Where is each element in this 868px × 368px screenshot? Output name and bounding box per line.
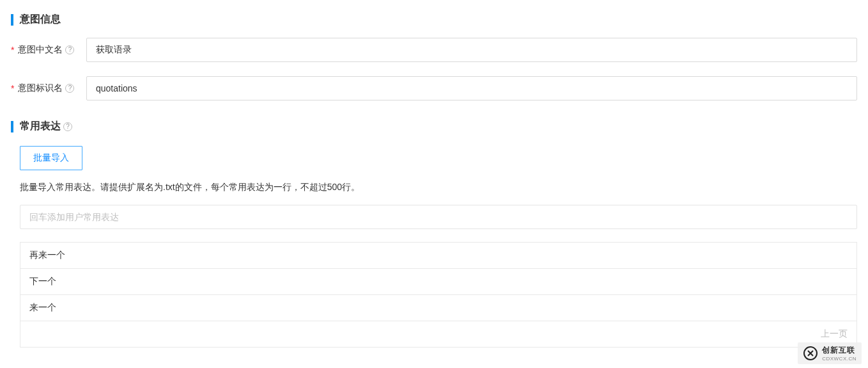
input-intent-identifier[interactable] xyxy=(86,76,857,100)
form-label-identifier: 意图标识名 xyxy=(18,83,63,94)
section-accent-bar xyxy=(11,121,13,132)
input-intent-chinese-name[interactable] xyxy=(86,38,857,62)
required-star-icon: * xyxy=(11,83,14,93)
list-item[interactable]: 下一个 xyxy=(20,269,856,295)
watermark-sub-text: CDXWCX.CN xyxy=(822,356,856,362)
pager-prev-link[interactable]: 上一页 xyxy=(821,328,848,340)
form-row-chinese-name: * 意图中文名 ? xyxy=(11,38,857,62)
expression-input[interactable] xyxy=(20,205,857,229)
section-intent-info-title: 意图信息 xyxy=(20,13,61,26)
pager-row: 上一页 xyxy=(20,321,856,348)
expression-text: 下一个 xyxy=(29,276,56,287)
help-icon[interactable]: ? xyxy=(65,84,74,93)
form-label-identifier-wrap: * 意图标识名 ? xyxy=(11,83,86,94)
section-accent-bar xyxy=(11,14,13,26)
list-item[interactable]: 来一个 xyxy=(20,295,856,321)
help-icon[interactable]: ? xyxy=(63,122,72,131)
batch-import-hint: 批量导入常用表达。请提供扩展名为.txt的文件，每个常用表达为一行，不超过500… xyxy=(20,182,857,193)
section-intent-info-header: 意图信息 xyxy=(11,13,857,26)
list-item[interactable]: 再来一个 xyxy=(20,243,856,269)
form-label-chinese-name-wrap: * 意图中文名 ? xyxy=(11,44,86,56)
expression-text: 再来一个 xyxy=(29,250,65,261)
watermark-main-text: 创新互联 xyxy=(822,345,856,356)
form-row-identifier: * 意图标识名 ? xyxy=(11,76,857,100)
form-label-chinese-name: 意图中文名 xyxy=(18,44,63,56)
help-icon[interactable]: ? xyxy=(65,45,74,54)
required-star-icon: * xyxy=(11,45,14,55)
watermark: 创新互联 CDXWCX.CN xyxy=(798,342,862,364)
watermark-logo-icon xyxy=(803,346,818,361)
section-expressions-title: 常用表达 xyxy=(20,120,61,133)
watermark-text-wrap: 创新互联 CDXWCX.CN xyxy=(822,345,856,362)
section-expressions-header: 常用表达 ? xyxy=(11,120,857,133)
expression-list: 再来一个 下一个 来一个 上一页 xyxy=(20,242,857,348)
batch-import-button[interactable]: 批量导入 xyxy=(20,146,82,170)
expression-text: 来一个 xyxy=(29,302,56,314)
